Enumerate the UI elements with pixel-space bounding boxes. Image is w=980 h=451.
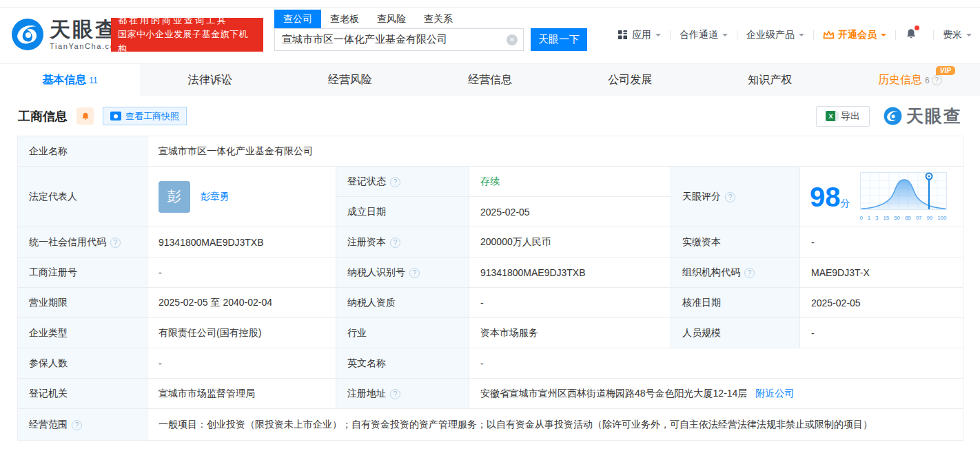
monitor-bell-button[interactable] bbox=[76, 107, 94, 125]
score-cell: 98分 bbox=[800, 167, 963, 227]
company-type-value: 有限责任公司(国有控股) bbox=[147, 318, 336, 348]
establish-date-label: 成立日期 bbox=[336, 197, 469, 227]
help-icon[interactable] bbox=[110, 238, 121, 248]
industry-value: 资本市场服务 bbox=[469, 318, 671, 348]
credit-code-label: 统一社会信用代码 bbox=[18, 227, 147, 258]
nav-enterprise-label: 企业级产品 bbox=[746, 29, 795, 41]
tab-label: 公司发展 bbox=[608, 73, 652, 87]
tab-label: 经营信息 bbox=[468, 73, 512, 87]
snapshot-button[interactable]: 查看工商快照 bbox=[103, 107, 187, 125]
business-term-label: 营业期限 bbox=[18, 288, 147, 318]
apps-grid-icon bbox=[617, 30, 628, 40]
label-text: 天眼评分 bbox=[682, 191, 721, 202]
export-button[interactable]: X 导出 bbox=[816, 106, 870, 127]
tianyancha-watermark-icon bbox=[884, 107, 902, 125]
reg-status-label: 登记状态 bbox=[336, 167, 469, 197]
divider bbox=[813, 30, 814, 40]
search-button[interactable]: 天眼一下 bbox=[531, 28, 587, 51]
tab-label: 法律诉讼 bbox=[188, 73, 232, 87]
help-icon[interactable] bbox=[932, 75, 942, 85]
legal-rep-avatar[interactable]: 彭 bbox=[159, 181, 190, 213]
reg-address-value: 安徽省宣城市宣州区西林街道梅园路48号金色阳光大厦12-14层 bbox=[480, 388, 747, 399]
company-name-label: 企业名称 bbox=[18, 136, 147, 167]
clear-icon[interactable] bbox=[507, 34, 518, 45]
table-row: 企业名称 宣城市市区一体化产业基金有限公司 bbox=[18, 136, 963, 167]
label-text: 注册地址 bbox=[347, 388, 386, 399]
top-divider bbox=[0, 7, 980, 8]
reg-address-cell: 安徽省宣城市宣州区西林街道梅园路48号金色阳光大厦12-14层 附近公司 bbox=[469, 379, 963, 409]
nav-enterprise[interactable]: 企业级产品 bbox=[746, 29, 804, 41]
nav-vip-upgrade[interactable]: 开通会员 bbox=[823, 29, 886, 41]
reg-address-label: 注册地址 bbox=[336, 379, 469, 409]
promo-banner: 都在用的商业查询工具 国家中小企业发展子基金旗下机构 bbox=[111, 18, 263, 52]
reg-capital-value: 200000万人民币 bbox=[469, 227, 671, 258]
search-tab-risk[interactable]: 查风险 bbox=[368, 10, 415, 28]
divider bbox=[895, 30, 896, 40]
tianyancha-logo[interactable]: 天眼查 TianYanCha.com bbox=[11, 18, 123, 51]
crown-icon bbox=[823, 30, 835, 40]
reg-authority-label: 登记机关 bbox=[18, 379, 147, 409]
nav-partner[interactable]: 合作通道 bbox=[680, 29, 728, 41]
tab-intellectual-property[interactable]: 知识产权 bbox=[700, 64, 840, 96]
chevron-down-icon bbox=[881, 34, 886, 39]
org-code-value: MAE9DJ3T-X bbox=[800, 258, 963, 288]
approval-date-value: 2025-02-05 bbox=[800, 288, 963, 318]
score-distribution-chart[interactable]: 01 315 5085 9799 100 bbox=[860, 172, 947, 221]
industry-label: 行业 bbox=[336, 318, 469, 348]
top-header: 天眼查 TianYanCha.com 都在用的商业查询工具 国家中小企业发展子基… bbox=[0, 0, 980, 63]
divider bbox=[737, 30, 737, 40]
label-text: 统一社会信用代码 bbox=[29, 236, 106, 247]
nav-apps[interactable]: 应用 bbox=[617, 29, 661, 41]
search-input[interactable] bbox=[274, 28, 524, 51]
business-scope-label: 经营范围 bbox=[18, 409, 147, 441]
reg-number-label: 工商注册号 bbox=[18, 258, 147, 288]
tianyancha-logo-icon bbox=[11, 18, 44, 51]
tab-operation-risk[interactable]: 经营风险 bbox=[280, 64, 420, 96]
taxpayer-quality-label: 纳税人资质 bbox=[336, 288, 469, 318]
help-icon[interactable] bbox=[390, 177, 400, 187]
watermark-logo: 天眼查 bbox=[884, 105, 962, 127]
reg-number-value: - bbox=[147, 258, 336, 288]
tab-count: 11 bbox=[89, 76, 97, 85]
help-icon[interactable] bbox=[72, 420, 82, 430]
tab-company-development[interactable]: 公司发展 bbox=[560, 64, 700, 96]
insured-count-label: 参保人数 bbox=[18, 348, 147, 379]
company-type-label: 企业类型 bbox=[18, 318, 147, 348]
search-tabs: 查公司 查老板 查风险 查关系 bbox=[274, 10, 587, 28]
tab-label: 知识产权 bbox=[748, 73, 792, 87]
search-tab-relation[interactable]: 查关系 bbox=[415, 10, 462, 28]
bell-icon bbox=[81, 112, 90, 121]
chevron-down-icon bbox=[722, 34, 728, 39]
notification-bell[interactable] bbox=[905, 28, 917, 42]
help-icon[interactable] bbox=[409, 268, 420, 278]
search-tab-boss[interactable]: 查老板 bbox=[321, 10, 368, 28]
help-icon[interactable] bbox=[725, 192, 735, 202]
help-icon[interactable] bbox=[390, 389, 400, 399]
help-icon[interactable] bbox=[390, 238, 400, 248]
table-row: 工商注册号 - 纳税人识别号 91341800MAE9DJ3TXB 组织机构代码… bbox=[18, 258, 963, 288]
legal-rep-link[interactable]: 彭章勇 bbox=[201, 191, 229, 203]
insured-count-value: - bbox=[147, 348, 336, 379]
tab-operation-info[interactable]: 经营信息 bbox=[420, 64, 560, 96]
nav-partner-label: 合作通道 bbox=[680, 29, 718, 41]
tab-basic-info[interactable]: 基本信息 11 bbox=[0, 64, 140, 96]
tab-legal-proceedings[interactable]: 法律诉讼 bbox=[140, 64, 280, 96]
page-tabstrip: 基本信息 11 法律诉讼 经营风险 经营信息 公司发展 知识产权 VIP 历史信… bbox=[0, 63, 980, 96]
tab-history-info[interactable]: VIP 历史信息 6 bbox=[840, 64, 980, 96]
nav-user[interactable]: 费米 bbox=[943, 29, 972, 41]
top-nav: 应用 合作通道 企业级产品 开通会员 bbox=[617, 28, 972, 42]
business-info-table: 企业名称 宣城市市区一体化产业基金有限公司 法定代表人 彭 彭章勇 登记状态 存… bbox=[17, 136, 963, 441]
camera-icon bbox=[110, 112, 121, 120]
credit-code-value: 91341800MAE9DJ3TXB bbox=[147, 227, 336, 258]
search-input-wrap bbox=[274, 28, 524, 51]
nearby-companies-link[interactable]: 附近公司 bbox=[755, 388, 794, 399]
search-tab-company[interactable]: 查公司 bbox=[274, 10, 321, 28]
score-number: 98 bbox=[810, 182, 841, 212]
export-button-label: 导出 bbox=[841, 110, 860, 123]
help-icon[interactable] bbox=[744, 268, 755, 278]
reg-authority-value: 宣城市市场监督管理局 bbox=[147, 379, 336, 409]
promo-banner-line1: 都在用的商业查询工具 bbox=[118, 14, 256, 28]
nav-apps-label: 应用 bbox=[632, 29, 651, 41]
english-name-label: 英文名称 bbox=[336, 348, 469, 379]
company-name-value: 宣城市市区一体化产业基金有限公司 bbox=[147, 136, 963, 167]
